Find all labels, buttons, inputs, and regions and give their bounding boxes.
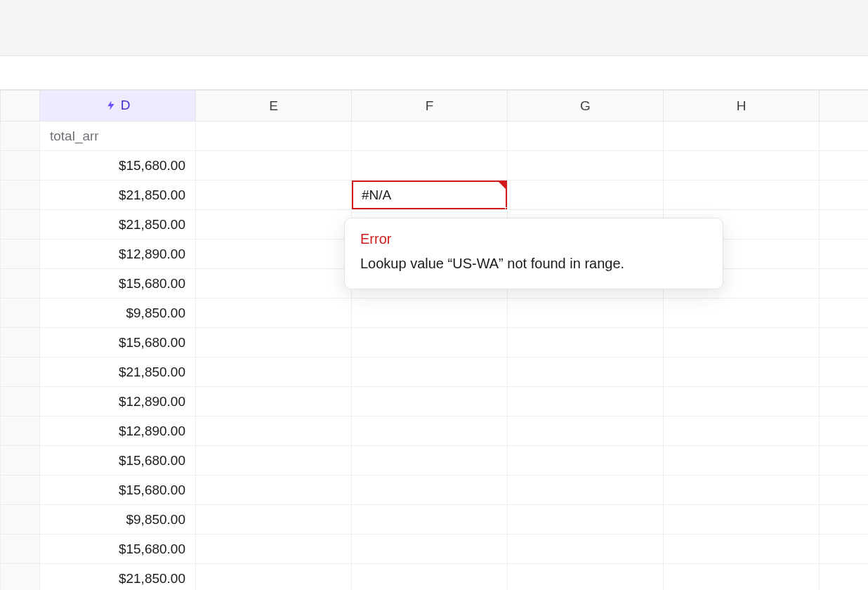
cell[interactable] (820, 151, 869, 181)
cell[interactable] (508, 122, 664, 151)
row-header-stub[interactable] (1, 210, 40, 240)
cell[interactable] (820, 210, 869, 240)
fill-handle[interactable] (505, 207, 508, 210)
cell[interactable]: $21,850.00 (40, 564, 196, 591)
cell[interactable] (820, 240, 869, 269)
cell[interactable]: $15,680.00 (40, 535, 196, 564)
cell[interactable] (196, 505, 352, 535)
cell[interactable] (352, 535, 508, 564)
cell[interactable] (196, 564, 352, 591)
cell[interactable] (352, 151, 508, 181)
cell[interactable]: $21,850.00 (40, 358, 196, 387)
cell[interactable]: $21,850.00 (40, 181, 196, 210)
cell[interactable] (196, 358, 352, 387)
cell[interactable] (508, 417, 664, 446)
row-header-stub[interactable] (1, 240, 40, 269)
error-indicator-icon[interactable] (497, 181, 507, 190)
cell[interactable]: $15,680.00 (40, 151, 196, 181)
cell[interactable] (508, 358, 664, 387)
cell[interactable] (196, 476, 352, 505)
row-header-stub[interactable] (1, 122, 40, 151)
cell[interactable] (352, 358, 508, 387)
cell[interactable] (508, 564, 664, 591)
cell[interactable] (196, 535, 352, 564)
row-header-stub[interactable] (1, 328, 40, 358)
column-header-G[interactable]: G (508, 91, 664, 122)
spreadsheet-grid[interactable]: D E F G H total_arr $15,680.00 (0, 90, 868, 590)
row-header-stub[interactable] (1, 564, 40, 591)
cell[interactable] (196, 181, 352, 210)
row-header-stub[interactable] (1, 151, 40, 181)
cell[interactable]: $15,680.00 (40, 269, 196, 299)
row-header-stub[interactable] (1, 505, 40, 535)
cell[interactable] (352, 387, 508, 417)
row-header-stub[interactable] (1, 476, 40, 505)
row-header-stub[interactable] (1, 358, 40, 387)
cell[interactable] (820, 122, 869, 151)
cell[interactable] (820, 476, 869, 505)
row-header-stub[interactable] (1, 299, 40, 328)
cell[interactable] (664, 417, 820, 446)
cell[interactable] (508, 299, 664, 328)
cell[interactable] (508, 328, 664, 358)
cell[interactable] (352, 564, 508, 591)
row-header-stub[interactable] (1, 269, 40, 299)
cell[interactable] (508, 151, 664, 181)
cell[interactable] (664, 151, 820, 181)
cell[interactable] (820, 328, 869, 358)
cell[interactable] (352, 328, 508, 358)
cell[interactable] (196, 151, 352, 181)
cell[interactable] (820, 387, 869, 417)
row-header-stub[interactable] (1, 181, 40, 210)
cell[interactable] (508, 446, 664, 476)
cell[interactable] (664, 564, 820, 591)
row-header-stub[interactable] (1, 417, 40, 446)
cell[interactable] (820, 269, 869, 299)
cell[interactable] (664, 476, 820, 505)
cell[interactable] (196, 240, 352, 269)
cell[interactable] (820, 535, 869, 564)
row-header-stub[interactable] (1, 387, 40, 417)
cell[interactable] (820, 358, 869, 387)
cell[interactable]: $12,890.00 (40, 417, 196, 446)
cell[interactable] (196, 387, 352, 417)
cell[interactable] (664, 328, 820, 358)
formula-bar-area[interactable] (0, 56, 868, 90)
cell[interactable] (508, 476, 664, 505)
cell[interactable] (196, 446, 352, 476)
selected-cell-error[interactable]: #N/A (352, 181, 508, 210)
cell[interactable] (196, 417, 352, 446)
cell[interactable]: $12,890.00 (40, 387, 196, 417)
cell[interactable]: total_arr (40, 122, 196, 151)
select-all-corner[interactable] (1, 91, 40, 122)
cell[interactable] (352, 476, 508, 505)
column-header-F[interactable]: F (352, 91, 508, 122)
cell[interactable] (664, 505, 820, 535)
cell[interactable] (820, 299, 869, 328)
cell[interactable]: $21,850.00 (40, 210, 196, 240)
cell[interactable] (508, 181, 664, 210)
cell[interactable] (196, 122, 352, 151)
cell[interactable] (352, 446, 508, 476)
cell[interactable] (508, 387, 664, 417)
cell[interactable] (352, 122, 508, 151)
cell[interactable] (196, 269, 352, 299)
cell[interactable] (196, 299, 352, 328)
cell[interactable]: $9,850.00 (40, 505, 196, 535)
cell[interactable] (820, 564, 869, 591)
cell[interactable] (820, 446, 869, 476)
row-header-stub[interactable] (1, 446, 40, 476)
cell[interactable]: $15,680.00 (40, 328, 196, 358)
cell[interactable]: $12,890.00 (40, 240, 196, 269)
cell[interactable] (196, 210, 352, 240)
cell[interactable] (352, 505, 508, 535)
cell[interactable]: $15,680.00 (40, 446, 196, 476)
cell[interactable] (820, 505, 869, 535)
cell[interactable]: $15,680.00 (40, 476, 196, 505)
cell[interactable] (352, 417, 508, 446)
cell[interactable] (664, 358, 820, 387)
cell[interactable] (664, 181, 820, 210)
cell[interactable] (820, 181, 869, 210)
column-header-H[interactable]: H (664, 91, 820, 122)
cell[interactable] (664, 446, 820, 476)
